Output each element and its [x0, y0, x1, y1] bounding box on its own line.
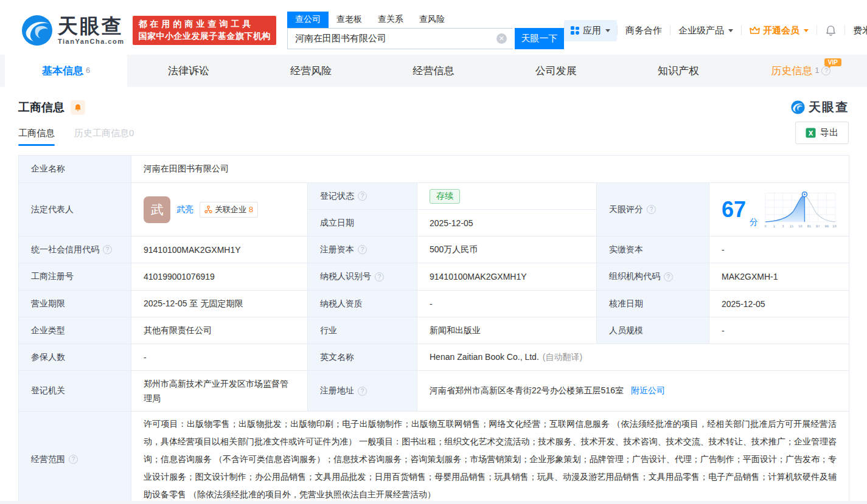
- field-label-reg-status: 登记状态?: [308, 183, 417, 210]
- paid-capital-value: -: [709, 236, 849, 263]
- table-row: 统一社会信用代码? 91410100MAK2GXMH1Y 注册资本? 500万人…: [19, 236, 849, 263]
- bottom-divider: [0, 501, 867, 504]
- header-menu: 应用 商务合作 企业级产品 开通会员 费米: [564, 20, 867, 41]
- monitor-bell-button[interactable]: [71, 100, 85, 115]
- help-icon[interactable]: ?: [69, 455, 78, 464]
- search-input[interactable]: [287, 28, 513, 49]
- chevron-down-icon: [804, 29, 809, 32]
- field-label-taxpayer-id: 纳税人识别号?: [308, 263, 417, 291]
- field-label-industry: 行业: [308, 317, 417, 344]
- taxpayer-id-value: 91410100MAK2GXMH1Y: [417, 263, 597, 291]
- svg-text:0: 0: [764, 224, 766, 227]
- insured-count-value: -: [131, 344, 308, 371]
- svg-text:3: 3: [782, 224, 784, 227]
- tab-count: 1: [815, 66, 819, 75]
- menu-enterprise[interactable]: 企业级产品: [670, 25, 741, 36]
- tab-operation-info[interactable]: 经营信息: [372, 55, 495, 87]
- table-row: 参保人数 - 英文名称 Henan Zaitian Book Co., Ltd.…: [19, 344, 849, 371]
- svg-text:100: 100: [832, 224, 837, 227]
- notifications-button[interactable]: [817, 25, 844, 36]
- tab-intellectual-property[interactable]: 知识产权: [617, 55, 739, 87]
- search-tab-boss[interactable]: 查老板: [329, 12, 370, 28]
- help-icon[interactable]: ?: [103, 245, 112, 254]
- field-label-taxpayer-quali: 纳税人资质: [308, 291, 417, 317]
- svg-text:85: 85: [807, 224, 811, 227]
- related-companies-badge[interactable]: 关联企业 8: [200, 202, 258, 218]
- section-title: 工商信息: [18, 100, 64, 116]
- tianyancha-logo-icon: [791, 100, 805, 114]
- watermark-text: 天眼查: [809, 99, 849, 116]
- field-label-staff-size: 人员规模: [597, 317, 709, 344]
- establish-date-value: 2025-12-05: [417, 210, 597, 236]
- reg-status-cell: 存续: [417, 183, 597, 210]
- vip-badge: VIP: [824, 58, 841, 66]
- field-label-legal-rep: 法定代表人: [19, 183, 131, 236]
- menu-cooperation[interactable]: 商务合作: [618, 25, 670, 36]
- table-row: 企业名称 河南在田图书有限公司: [19, 156, 849, 183]
- field-label-establish-date: 成立日期: [308, 210, 417, 236]
- avatar[interactable]: 武: [144, 196, 170, 223]
- search-tab-relation[interactable]: 查关系: [370, 12, 411, 28]
- svg-text:X: X: [809, 130, 813, 137]
- chevron-down-icon: [728, 29, 733, 32]
- tab-count: 6: [86, 66, 90, 75]
- table-row: 法定代表人 武 武亮 关联企业 8: [19, 183, 849, 210]
- user-menu[interactable]: 费米: [845, 25, 867, 36]
- subtab-history-business-info[interactable]: 历史工商信息0: [74, 128, 134, 146]
- org-network-icon: [204, 205, 212, 213]
- svg-text:1: 1: [773, 224, 775, 227]
- help-icon[interactable]: ?: [664, 272, 673, 281]
- svg-text:15: 15: [790, 224, 793, 227]
- help-icon[interactable]: ?: [375, 272, 384, 281]
- reg-number-value: 410199001076919: [131, 263, 308, 291]
- help-icon[interactable]: ?: [358, 192, 367, 201]
- slogan-line2: 国家中小企业发展子基金旗下机构: [138, 31, 271, 42]
- field-label-business-scope: 经营范围?: [19, 412, 131, 504]
- company-type-value: 其他有限责任公司: [131, 317, 308, 344]
- field-label-reg-number: 工商注册号: [19, 263, 131, 291]
- field-label-org-code: 组织机构代码?: [597, 263, 709, 291]
- menu-apps-label: 应用: [583, 25, 601, 36]
- field-label-company-name: 企业名称: [19, 156, 131, 183]
- taxpayer-quali-value: -: [417, 291, 597, 317]
- tab-operation-risk[interactable]: 经营风险: [250, 55, 372, 87]
- score-unit: 分: [750, 217, 758, 228]
- tianyancha-logo[interactable]: 天眼查 TianYanCha.com: [21, 15, 124, 46]
- search-button[interactable]: 天眼一下: [515, 28, 564, 49]
- menu-open-vip[interactable]: 开通会员: [742, 25, 817, 36]
- field-label-reg-capital: 注册资本?: [308, 236, 417, 263]
- tianyancha-logo-icon: [21, 15, 53, 46]
- menu-apps[interactable]: 应用: [564, 20, 617, 41]
- legal-rep-link[interactable]: 武亮: [176, 204, 193, 215]
- table-row: 营业期限 2025-12-05 至 无固定期限 纳税人资质 - 核准日期 202…: [19, 291, 849, 317]
- company-name-value: 河南在田图书有限公司: [131, 156, 849, 183]
- clear-icon[interactable]: ✕: [496, 33, 507, 44]
- table-row: 登记机关 郑州市高新技术产业开发区市场监督管理局 注册地址? 河南省郑州市高新区…: [19, 371, 849, 412]
- english-name-value: Henan Zaitian Book Co., Ltd.: [430, 352, 539, 362]
- reg-capital-value: 500万人民币: [417, 236, 597, 263]
- help-icon[interactable]: ?: [358, 387, 367, 396]
- field-label-company-type: 企业类型: [19, 317, 131, 344]
- help-icon[interactable]: ?: [358, 245, 367, 254]
- business-info-table: 企业名称 河南在田图书有限公司 法定代表人 武 武亮 关联企业: [18, 155, 849, 504]
- subtab-business-info[interactable]: 工商信息: [18, 128, 55, 146]
- legal-rep-cell: 武 武亮 关联企业 8: [131, 183, 308, 236]
- field-label-approval-date: 核准日期: [597, 291, 709, 317]
- field-label-business-term: 营业期限: [19, 291, 131, 317]
- tab-company-development[interactable]: 公司发展: [495, 55, 617, 87]
- slogan-banner: 都在用的商业查询工具 国家中小企业发展子基金旗下机构: [133, 16, 276, 45]
- nearby-companies-link[interactable]: 附近公司: [631, 385, 665, 395]
- staff-size-value: -: [709, 317, 849, 344]
- tab-history-info[interactable]: VIP 历史信息 1 ?: [740, 55, 862, 87]
- apps-grid-icon: [571, 26, 580, 35]
- help-icon[interactable]: ?: [647, 205, 656, 214]
- search-tab-company[interactable]: 查公司: [287, 12, 329, 28]
- score-distribution-chart: 0 1 3 15 50 85 97 99 100: [764, 190, 837, 230]
- score-value: 67: [722, 199, 746, 221]
- username: 费米: [853, 25, 867, 36]
- search-tab-risk[interactable]: 查风险: [411, 12, 453, 28]
- export-button[interactable]: X 导出: [795, 122, 849, 144]
- tab-basic-info[interactable]: 基本信息 6: [5, 55, 127, 87]
- search-block: 查公司 查老板 查关系 查风险 ✕ 天眼一下: [287, 12, 564, 49]
- tab-legal-litigation[interactable]: 法律诉讼: [127, 55, 249, 87]
